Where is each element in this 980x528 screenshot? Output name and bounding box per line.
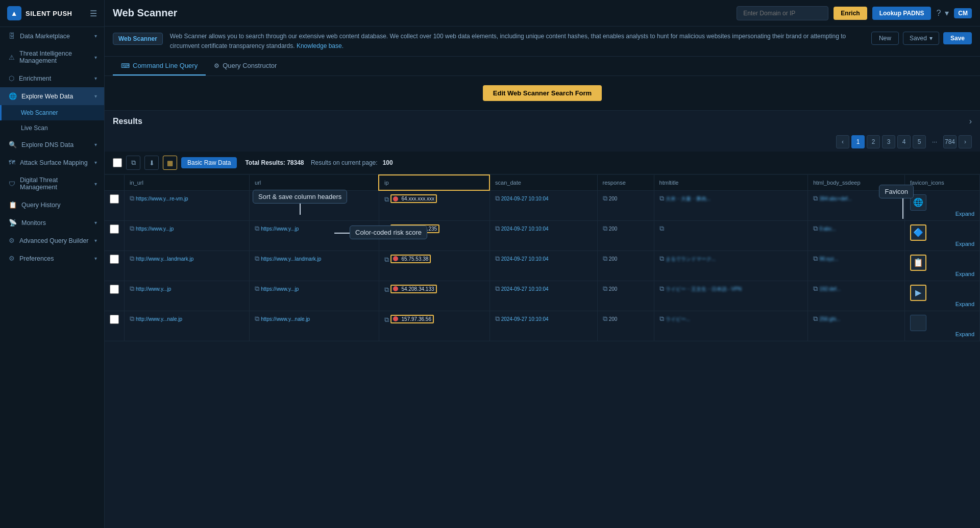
page-5[interactable]: 5 xyxy=(913,135,926,148)
sidebar-item-attack-surface[interactable]: 🗺 Attack Surface Mapping ▾ xyxy=(0,154,104,171)
row-checkbox[interactable] xyxy=(105,250,125,281)
th-response[interactable]: response xyxy=(597,175,654,190)
edit-form-button[interactable]: Edit Web Scanner Search Form xyxy=(483,85,602,101)
page-prev[interactable]: ‹ xyxy=(836,135,849,148)
doc-icon: ⧉ xyxy=(813,194,818,202)
doc-icon: ⧉ xyxy=(603,285,607,292)
row-checkbox[interactable] xyxy=(105,311,125,341)
sidebar-item-monitors[interactable]: 📡 Monitors ▾ xyxy=(0,214,104,232)
user-badge[interactable]: CM xyxy=(954,8,972,18)
expand-link[interactable]: Expand xyxy=(955,241,974,247)
download-icon: ⬇ xyxy=(149,159,155,167)
sidebar-item-advanced-query[interactable]: ⚙ Advanced Query Builder ▾ xyxy=(0,232,104,249)
page-784[interactable]: 784 xyxy=(943,135,957,148)
domain-input[interactable] xyxy=(737,6,828,20)
new-button[interactable]: New xyxy=(871,32,899,45)
sidebar: ▲ SILENT PUSH ☰ 🗄 Data Marketplace ▾ ⚠ T… xyxy=(0,0,105,528)
download-button[interactable]: ⬇ xyxy=(144,156,159,170)
expand-link[interactable]: Expand xyxy=(955,331,974,337)
sidebar-label-digital-threat: Digital Threat Management xyxy=(20,177,94,191)
digital-threat-icon: 🛡 xyxy=(9,180,15,188)
doc-icon: ⧉ xyxy=(603,315,607,322)
kb-link[interactable]: Knowledge base. xyxy=(297,42,344,49)
th-url[interactable]: url xyxy=(250,175,379,190)
query-history-icon: 📋 xyxy=(9,201,17,209)
doc-icon: ⧉ xyxy=(384,315,389,323)
row-scan-date: ⧉ 2024-09-27 10:10:04 xyxy=(489,190,597,220)
sidebar-item-explore-web[interactable]: 🌐 Explore Web Data ▾ xyxy=(0,87,104,105)
help-icon[interactable]: ? xyxy=(936,9,941,18)
attack-surface-icon: 🗺 xyxy=(9,159,15,166)
sidebar-item-explore-dns[interactable]: 🔍 Explore DNS Data ▾ xyxy=(0,136,104,154)
content-area: Web Scanner Web Scanner allows you to se… xyxy=(105,27,980,528)
th-html-body[interactable]: html_body_ssdeep xyxy=(808,175,905,190)
copy-button[interactable]: ⧉ xyxy=(126,156,140,170)
sidebar-label-data-marketplace: Data Marketplace xyxy=(20,33,70,40)
chevron-attack-surface: ▾ xyxy=(94,160,97,165)
save-button[interactable]: Save xyxy=(943,32,972,44)
total-results-label: Total Results: xyxy=(245,159,285,166)
basic-raw-button[interactable]: Basic Raw Data xyxy=(181,157,237,168)
sidebar-item-data-marketplace[interactable]: 🗄 Data Marketplace ▾ xyxy=(0,27,104,45)
doc-icon: ⧉ xyxy=(255,285,259,292)
tab-command-line[interactable]: ⌨ Command Line Query xyxy=(113,57,206,76)
select-all-checkbox[interactable] xyxy=(113,158,122,167)
th-favicon[interactable]: favicon_icons xyxy=(905,175,980,190)
expand-link[interactable]: Expand xyxy=(955,211,974,217)
chevron-digital-threat: ▾ xyxy=(94,181,97,187)
th-ip[interactable]: ip xyxy=(379,175,489,190)
lookup-button[interactable]: Lookup PADNS xyxy=(872,7,932,20)
favicon-cell xyxy=(910,315,926,331)
expand-button[interactable]: › xyxy=(969,117,972,126)
pagination: ‹ 1 2 3 4 5 ··· 784 › xyxy=(105,132,980,152)
row-response: ⧉ 200 xyxy=(597,220,654,250)
favicon-cell: 🌐 xyxy=(910,194,926,211)
banner-text: Web Scanner allows you to search through… xyxy=(170,32,864,51)
page-4[interactable]: 4 xyxy=(897,135,911,148)
chevron-monitors: ▾ xyxy=(94,220,97,225)
sidebar-item-preferences[interactable]: ⚙ Preferences ▾ xyxy=(0,249,104,267)
row-in-url: ⧉ https://www.y...re-vm.jp xyxy=(125,190,250,220)
sidebar-sub-web-scanner[interactable]: Web Scanner xyxy=(0,105,104,120)
row-checkbox[interactable] xyxy=(105,220,125,250)
chevron-help[interactable]: ▾ xyxy=(945,8,949,18)
expand-link[interactable]: Expand xyxy=(955,271,974,277)
sidebar-label-threat-intel: Threat Intelligence Management xyxy=(19,50,94,64)
th-scan-date[interactable]: scan_date xyxy=(489,175,597,190)
row-checkbox[interactable] xyxy=(105,190,125,220)
page-1[interactable]: 1 xyxy=(851,135,865,148)
expand-link[interactable]: Expand xyxy=(955,301,974,307)
row-url: ⧉ https://www.y...jp xyxy=(250,220,379,250)
doc-icon: ⧉ xyxy=(495,285,500,292)
sidebar-item-query-history[interactable]: 📋 Query History xyxy=(0,196,104,214)
page-3[interactable]: 3 xyxy=(882,135,895,148)
page-results-value: 100 xyxy=(383,159,393,166)
grid-view-button[interactable]: ▦ xyxy=(163,156,177,170)
tab-query-constructor[interactable]: ⚙ Query Constructor xyxy=(206,57,285,76)
sidebar-label-monitors: Monitors xyxy=(21,219,46,227)
page-title: Web Scanner xyxy=(113,7,177,19)
row-response: ⧉ 200 xyxy=(597,250,654,281)
sidebar-label-explore-dns: Explore DNS Data xyxy=(21,141,74,148)
sidebar-item-enrichment[interactable]: ⬡ Enrichment ▾ xyxy=(0,69,104,87)
sidebar-sub-live-scan[interactable]: Live Scan xyxy=(0,120,104,136)
doc-icon: ⧉ xyxy=(130,194,134,202)
table-row: ⧉ https://www.y...re-vm.jp ⧉ https://y..… xyxy=(105,190,980,220)
row-ip: ⧉ 64.xxx.xxx.xxx xyxy=(379,190,489,220)
sidebar-item-threat-intel[interactable]: ⚠ Threat Intelligence Management ▾ xyxy=(0,45,104,69)
sidebar-item-digital-threat[interactable]: 🛡 Digital Threat Management ▾ xyxy=(0,171,104,196)
page-2[interactable]: 2 xyxy=(867,135,880,148)
th-in-url[interactable]: in_url xyxy=(125,175,250,190)
row-checkbox[interactable] xyxy=(105,281,125,311)
tabs-bar: ⌨ Command Line Query ⚙ Query Constructor xyxy=(105,57,980,76)
banner-badge: Web Scanner xyxy=(113,33,163,45)
saved-button[interactable]: Saved ▾ xyxy=(903,32,939,45)
tab-qc-label: Query Constructor xyxy=(223,62,277,69)
page-next[interactable]: › xyxy=(959,135,972,148)
menu-icon[interactable]: ☰ xyxy=(90,9,97,18)
row-htmltitle: ⧉ ライビー・王文生・日本語 - VPN xyxy=(654,281,808,311)
th-htmltitle[interactable]: htmltitle xyxy=(654,175,808,190)
threat-intel-icon: ⚠ xyxy=(9,54,15,61)
enrich-button[interactable]: Enrich xyxy=(834,7,867,20)
chevron-threat-intel: ▾ xyxy=(94,55,97,60)
